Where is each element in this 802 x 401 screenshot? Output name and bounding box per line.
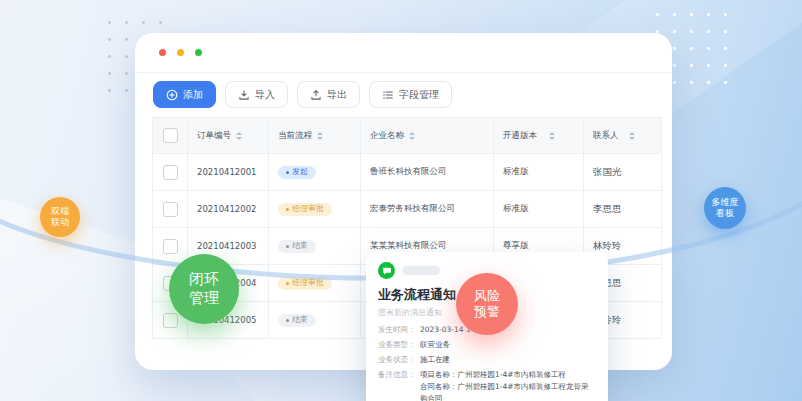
sender-placeholder	[402, 266, 440, 275]
row-checkbox[interactable]	[163, 202, 178, 217]
window-close-dot[interactable]	[159, 49, 166, 56]
window-zoom-dot[interactable]	[195, 49, 202, 56]
select-all-checkbox[interactable]	[163, 128, 178, 143]
contact-cell: 张国光	[584, 154, 661, 190]
import-icon	[238, 89, 250, 101]
field-manage-button-label: 字段管理	[399, 88, 439, 102]
wechat-icon	[378, 262, 395, 279]
window-controls	[159, 49, 202, 56]
header-checkbox-cell	[153, 118, 188, 153]
import-button[interactable]: 导入	[225, 81, 288, 108]
header-version: 开通版本	[494, 118, 584, 153]
window-minimize-dot[interactable]	[177, 49, 184, 56]
sort-icon[interactable]	[317, 132, 323, 140]
table-row[interactable]: 20210412001 发起 鲁班长科技有限公司 标准版 张国光	[153, 153, 661, 190]
flow-status-badge: 经理审批	[278, 203, 332, 216]
feature-bubble-closed-loop: 闭环 管理	[169, 254, 239, 324]
sort-icon[interactable]	[409, 132, 415, 140]
order-no-cell: 20210412001	[188, 154, 269, 190]
version-cell: 标准版	[494, 191, 584, 227]
feature-bubble-dashboard: 多维度 看板	[704, 187, 746, 229]
add-button-label: 添加	[183, 88, 203, 102]
row-checkbox[interactable]	[163, 165, 178, 180]
import-button-label: 导入	[255, 88, 275, 102]
plus-circle-icon	[166, 89, 178, 101]
add-button[interactable]: 添加	[153, 81, 216, 108]
flow-status-badge: 结束	[278, 314, 316, 327]
field-manage-button[interactable]: 字段管理	[369, 81, 452, 108]
table-row[interactable]: 20210412002 经理审批 宏泰劳务科技有限公司 标准版 李思思	[153, 190, 661, 227]
row-checkbox[interactable]	[163, 239, 178, 254]
flow-status-badge: 经理审批	[278, 277, 332, 290]
header-company: 企业名称	[361, 118, 494, 153]
titlebar-divider	[135, 72, 672, 73]
sort-icon[interactable]	[629, 132, 635, 140]
field-row: 业务状态： 施工在建	[378, 354, 596, 366]
feature-bubble-dual-linkage: 双端 联动	[40, 197, 80, 237]
header-contact: 联系人	[584, 118, 661, 153]
toolbar: 添加 导入 导出 字段管理	[153, 81, 452, 108]
export-button-label: 导出	[327, 88, 347, 102]
popup-fields: 发生时间： 2023-03-14 14:20 业务类型： 联营业务 业务状态： …	[378, 324, 596, 401]
field-row: 备注信息： 项目名称：广州碧桂园1-4#市内精装修工程 合同名称：广州碧桂园1-…	[378, 369, 596, 401]
contact-cell: 李思思	[584, 191, 661, 227]
field-row: 业务类型： 联营业务	[378, 339, 596, 351]
row-checkbox[interactable]	[163, 313, 178, 328]
sort-icon[interactable]	[236, 132, 242, 140]
header-order-no: 订单编号	[188, 118, 269, 153]
list-settings-icon	[382, 89, 394, 101]
export-icon	[310, 89, 322, 101]
flow-status-badge: 发起	[278, 166, 316, 179]
sort-icon[interactable]	[549, 132, 555, 140]
company-cell: 鲁班长科技有限公司	[361, 154, 494, 190]
header-flow: 当前流程	[269, 118, 361, 153]
flow-status-badge: 结束	[278, 240, 316, 253]
version-cell: 标准版	[494, 154, 584, 190]
table-header-row: 订单编号 当前流程 企业名称 开通版本 联系人	[153, 118, 661, 153]
order-no-cell: 20210412002	[188, 191, 269, 227]
company-cell: 宏泰劳务科技有限公司	[361, 191, 494, 227]
feature-bubble-risk-warning: 风险 预警	[456, 273, 518, 335]
export-button[interactable]: 导出	[297, 81, 360, 108]
